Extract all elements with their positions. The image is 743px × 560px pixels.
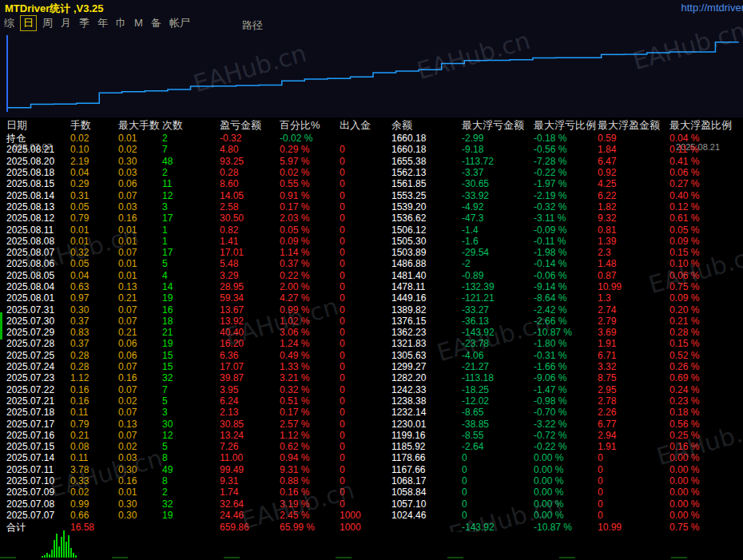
cell: 1.74 [220, 487, 280, 498]
cell: 0.21 [118, 327, 162, 338]
cell: 2025.07.21 [6, 395, 70, 407]
cell: 3.06 % [280, 327, 340, 338]
cell: 1553.25 [391, 189, 462, 201]
cell: 2025.08.04 [6, 281, 70, 292]
activity-histogram [0, 532, 743, 560]
menu-item-综[interactable]: 综 [4, 16, 14, 30]
cell: 0.37 % [280, 258, 340, 269]
histogram-bar [73, 553, 74, 558]
cell: 0 [340, 144, 391, 155]
cell: 0.52 % [669, 350, 737, 361]
cell: 17.07 [220, 361, 280, 372]
cell: -2.99 [462, 133, 534, 144]
menu-item-月[interactable]: 月 [61, 16, 71, 30]
column-header-4: 盈亏金额 [220, 118, 280, 133]
menu-item-周[interactable]: 周 [42, 16, 53, 30]
cell: 30 [162, 418, 220, 429]
cell: 5 [162, 258, 220, 269]
column-header-10: 最大浮盈金额 [598, 118, 669, 133]
cell: 2025.07.23 [6, 372, 70, 383]
menu-item-帐尸[interactable]: 帐尸 [169, 16, 190, 30]
cell: 0 [340, 304, 391, 315]
cell: 2.57 % [280, 418, 340, 429]
cell: 6.36 [220, 350, 280, 361]
menu-item-季[interactable]: 季 [79, 16, 89, 30]
cell: 1503.89 [391, 247, 462, 258]
column-header-5: 百分比% [280, 118, 340, 133]
histogram-bar [54, 540, 55, 558]
cell: 0.07 [118, 384, 162, 395]
path-menu-item[interactable]: 路径 [242, 18, 263, 33]
cell: -8.65 [462, 407, 534, 418]
cell: 2.03 % [280, 212, 340, 224]
cell: 15 [162, 361, 220, 372]
cell: 1199.16 [391, 430, 462, 441]
cell: 5.97 % [280, 156, 340, 167]
menu-item-M[interactable]: M [134, 17, 143, 29]
cell: 0.00 % [534, 510, 598, 521]
cell: 4.80 [220, 144, 280, 155]
cell: 0.40 % [669, 189, 737, 201]
cell: 0.13 [118, 281, 162, 292]
cell: 1058.84 [391, 487, 462, 498]
cell: 0.02 [70, 133, 118, 144]
cell: 0.28 [220, 167, 280, 178]
cell: 0.01 [70, 224, 118, 235]
cell: -1.98 % [534, 247, 598, 258]
cell: -0.98 % [534, 395, 598, 407]
cell: 0 [340, 487, 391, 498]
cell: 0.99 % [280, 304, 340, 315]
table-row: 2025.08.060.050.0155.480.37 %01486.88-2-… [6, 258, 737, 269]
cell: 2025.08.15 [6, 178, 70, 189]
cell: -33.92 [462, 189, 534, 201]
cell: 6.22 [598, 189, 669, 201]
cell: 0.04 [70, 167, 118, 178]
cell: 1238.38 [391, 395, 462, 407]
cell: -132.39 [462, 281, 534, 292]
cell: -0.02 % [280, 133, 340, 144]
period-menu-items: 综日周月季年巾M备帐尸 [0, 15, 194, 29]
cell: 0 [340, 430, 391, 441]
cell: 0.18 % [669, 407, 737, 418]
cell: 11.00 [220, 452, 280, 463]
cell: 0.02 [118, 395, 162, 407]
cell: 0.01 [118, 487, 162, 498]
cell: 3 [162, 407, 220, 418]
period-menu-bar: 综日周月季年巾M备帐尸 路径 [0, 15, 743, 32]
cell: 2025.08.05 [6, 270, 70, 281]
cell: 0 [340, 270, 391, 281]
menu-item-备[interactable]: 备 [151, 16, 161, 30]
cell: 1362.23 [391, 327, 462, 338]
cell: 1242.33 [391, 384, 462, 395]
cell: 12 [162, 430, 220, 441]
cell: 659.86 [220, 521, 280, 533]
cell: 0.92 [598, 167, 669, 178]
cell: 0 [340, 452, 391, 463]
cell: -3.22 % [534, 418, 598, 429]
cell: 1185.92 [391, 441, 462, 452]
menu-item-巾[interactable]: 巾 [116, 16, 126, 30]
cell: 0.99 [70, 498, 118, 510]
cell: 0.01 [118, 224, 162, 235]
cell: 1 [162, 224, 220, 235]
cell: 1.91 [598, 441, 669, 452]
cell: 0.00 % [534, 475, 598, 487]
cell: 5 [162, 441, 220, 452]
cell: 0.05 [70, 258, 118, 269]
cell: 2025.07.29 [6, 327, 70, 338]
cell: 1536.62 [391, 212, 462, 224]
cell: -0.31 % [534, 350, 598, 361]
cell: 0.63 [70, 281, 118, 292]
cell: 0.29 % [280, 144, 340, 155]
vendor-url-link[interactable]: http://mtdriver [681, 2, 743, 14]
menu-item-日[interactable]: 日 [20, 15, 37, 31]
cell: -2 [462, 258, 534, 269]
cell: 13.92 [220, 316, 280, 327]
table-row: 2025.07.180.110.0732.130.17 %01232.14-8.… [6, 407, 737, 418]
cell: -4.06 [462, 350, 534, 361]
title-bar: MTDriver统计 ,V3.25 http://mtdriver [0, 0, 743, 14]
menu-item-年[interactable]: 年 [97, 16, 108, 30]
cell: 0.29 [70, 178, 118, 189]
cell: 0.05 % [280, 224, 340, 235]
cell: 0.81 [598, 224, 669, 235]
